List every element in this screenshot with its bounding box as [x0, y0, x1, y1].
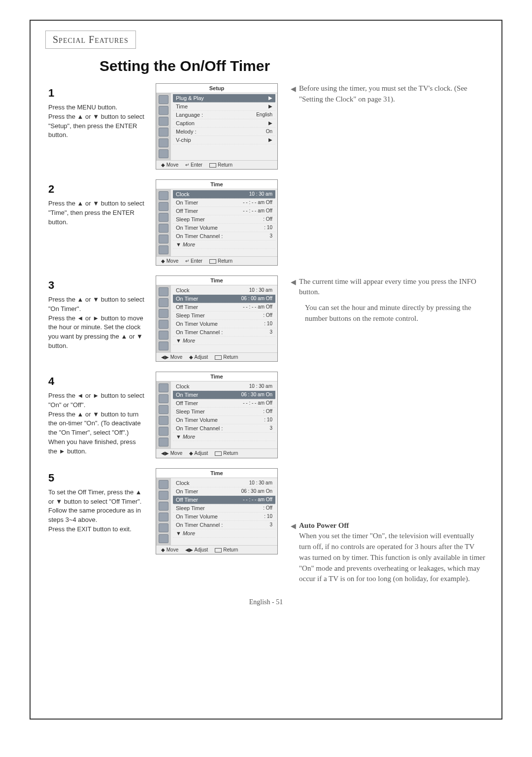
osd-row-value: - - : - - am Off	[243, 497, 272, 503]
osd-row: On Timer Volume: 10	[173, 320, 275, 328]
osd-row: ▼ More	[173, 433, 275, 441]
osd-screenshot-3: TimeClock10 : 30 amOn Timer06 : 00 am Of…	[156, 275, 278, 362]
osd-row-value: : Off	[263, 312, 272, 318]
osd-row-label: On Timer Volume	[176, 417, 218, 423]
osd-row: Language :English	[173, 111, 275, 119]
step-1: 1Press the MENU button.Press the ▲ or ▼ …	[45, 83, 282, 170]
osd-row-label: On Timer	[176, 296, 198, 302]
page-frame: Special Features Setting the On/Off Time…	[30, 20, 502, 720]
osd-category-icon	[159, 235, 168, 243]
osd-row: Off Timer- - : - - am Off	[173, 496, 275, 504]
osd-row-value: 10 : 30 am	[249, 287, 272, 293]
page-title: Setting the On/Off Timer	[100, 58, 487, 74]
osd-category-icon	[159, 298, 168, 307]
osd-row-value: : 10	[264, 417, 272, 423]
osd-row-label: On Timer Volume	[176, 514, 218, 519]
osd-title: Setup	[156, 84, 277, 93]
note-3: ◀ The current time will appear every tim…	[291, 276, 487, 324]
osd-category-icon	[159, 95, 168, 104]
osd-row-value: 3	[269, 329, 272, 335]
osd-row: Off Timer- - : - - am Off	[173, 303, 275, 311]
osd-help-hint: ◆ Adjust	[189, 354, 208, 360]
osd-row-label: Clock	[176, 287, 190, 293]
osd-row-value: 3	[269, 522, 272, 528]
osd-row-value: 06 : 30 am On	[241, 392, 272, 398]
osd-help-hint: ◀▶ Adjust	[185, 547, 208, 552]
osd-row-label: Off Timer	[176, 208, 198, 214]
osd-row-value: - - : - - am Off	[243, 200, 272, 206]
osd-row: On Timer06 : 30 am On	[173, 487, 275, 496]
osd-category-icon	[159, 149, 168, 158]
osd-row-label: Clock	[176, 383, 190, 389]
osd-row-label: Clock	[176, 191, 190, 197]
note-3a-text: The current time will appear every time …	[299, 276, 487, 298]
osd-icon-strip	[156, 381, 171, 448]
osd-row: On Timer Channel :3	[173, 328, 275, 337]
osd-category-icon	[159, 287, 168, 296]
osd-row-label: On Timer Channel :	[176, 233, 223, 239]
osd-row: Sleep Timer: Off	[173, 504, 275, 513]
pointer-left-icon: ◀	[291, 84, 296, 105]
osd-category-icon	[159, 138, 168, 147]
osd-row-value: - - : - - am Off	[243, 304, 272, 310]
osd-row-label: Clock	[176, 480, 190, 486]
osd-help-bar: ◀▶ Move◆ AdjustReturn	[156, 448, 277, 457]
osd-screenshot-2: TimeClock10 : 30 amOn Timer- - : - - am …	[156, 179, 278, 266]
osd-category-icon	[159, 213, 168, 222]
osd-row-label: Language :	[176, 112, 203, 118]
osd-row: Time▶	[173, 103, 275, 111]
osd-row-value: ▶	[268, 120, 272, 126]
osd-row-label: Sleep Timer	[176, 312, 205, 318]
osd-row: Off Timer- - : - - am Off	[173, 207, 275, 215]
return-icon	[215, 355, 222, 360]
osd-category-icon	[159, 224, 168, 233]
osd-help-bar: ◀▶ Move◆ AdjustReturn	[156, 352, 277, 361]
osd-row-label: Sleep Timer	[176, 216, 205, 222]
osd-row-label: On Timer Channel :	[176, 522, 223, 528]
osd-category-icon	[159, 416, 168, 425]
osd-icon-strip	[156, 189, 171, 256]
step-3: 3Press the ▲ or ▼ button to select "On T…	[45, 275, 282, 362]
osd-help-hint: Return	[209, 258, 233, 264]
osd-row: ▼ More	[173, 241, 275, 249]
note-5-title: Auto Power Off	[299, 521, 349, 529]
osd-row-value: : Off	[263, 505, 272, 511]
return-icon	[215, 548, 222, 552]
osd-row-value: On	[266, 129, 272, 135]
step-number: 2	[48, 181, 146, 197]
osd-help-hint: ◆ Move	[161, 258, 178, 264]
osd-row-value: - - : - - am Off	[243, 208, 272, 214]
osd-category-icon	[159, 106, 168, 115]
note-3b-text: You can set the hour and minute directly…	[299, 303, 487, 324]
osd-row-label: On Timer	[176, 392, 198, 398]
osd-help-hint: ↵ Enter	[185, 162, 202, 168]
osd-category-icon	[159, 394, 168, 403]
osd-icon-strip	[156, 285, 171, 352]
osd-help-hint: ◆ Move	[161, 162, 178, 168]
osd-row-value: 10 : 30 am	[249, 383, 272, 389]
osd-row-value: : Off	[263, 216, 272, 222]
osd-row-value: 10 : 30 am	[249, 191, 272, 197]
osd-help-hint: Return	[209, 162, 233, 168]
osd-row-label: On Timer Channel :	[176, 329, 223, 335]
osd-help-hint: Return	[215, 450, 238, 456]
step-number: 4	[48, 374, 146, 389]
osd-row-label: Sleep Timer	[176, 409, 205, 414]
osd-row: Clock10 : 30 am	[173, 190, 275, 199]
osd-row-label: Caption	[176, 120, 195, 126]
osd-help-hint: Return	[215, 354, 238, 360]
step-number: 5	[48, 470, 146, 486]
osd-title: Time	[156, 180, 277, 189]
osd-row-label: ▼ More	[176, 241, 195, 247]
note-1-text: Before using the timer, you must set the…	[299, 83, 487, 105]
osd-category-icon	[159, 383, 168, 392]
osd-screenshot-4: TimeClock10 : 30 amOn Timer06 : 30 am On…	[156, 372, 278, 458]
osd-row: Off Timer- - : - - am Off	[173, 399, 275, 408]
osd-help-hint: ◆ Move	[161, 547, 178, 552]
osd-row: Sleep Timer: Off	[173, 408, 275, 416]
osd-row: Clock10 : 30 am	[173, 382, 275, 391]
notes-column: ◀ Before using the timer, you must set t…	[291, 83, 487, 593]
steps-column: 1Press the MENU button.Press the ▲ or ▼ …	[45, 83, 282, 554]
osd-screenshot-5: TimeClock10 : 30 amOn Timer06 : 30 am On…	[156, 468, 278, 554]
osd-row-label: Time	[176, 103, 188, 109]
